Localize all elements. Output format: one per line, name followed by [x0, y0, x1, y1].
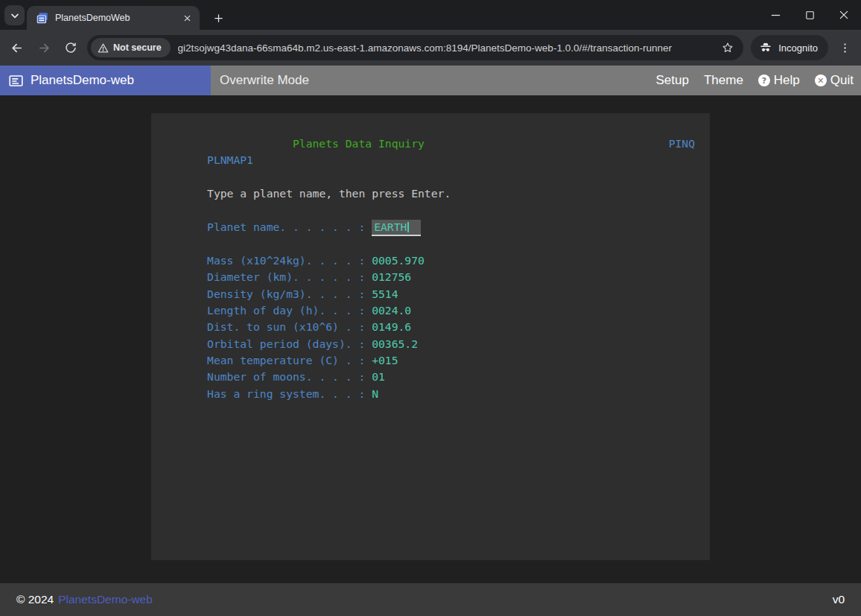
planet-name-row: Planet name. . . . . . :EARTH	[168, 203, 695, 219]
reload-button[interactable]	[57, 34, 84, 61]
field-row-density: Density (kg/m3). . . . :5514	[168, 269, 695, 285]
tab-favicon-icon	[36, 11, 49, 25]
back-button[interactable]	[3, 34, 30, 61]
nav-setup-label: Setup	[655, 73, 688, 88]
nav-theme[interactable]: Theme	[704, 73, 743, 88]
instruction-row: Type a planet name, then press Enter.	[168, 169, 695, 185]
browser-menu-button[interactable]	[831, 34, 858, 61]
help-circle-icon: ?	[758, 74, 770, 86]
app-brand-label: PlanetsDemo-web	[31, 73, 134, 88]
app-header: PlanetsDemo-web Overwrite Mode Setup The…	[0, 66, 861, 95]
incognito-badge: Incognito	[751, 35, 828, 60]
field-value: N	[372, 387, 378, 400]
terminal-list-icon	[8, 73, 24, 89]
footer-brand-link[interactable]: PlanetsDemo-web	[58, 593, 153, 606]
warning-triangle-icon	[98, 42, 109, 54]
url-bar[interactable]: Not secure gi2tsojwg43dana-66sma64b.m2.u…	[87, 35, 743, 60]
window-controls	[758, 0, 861, 30]
field-row-sun-distance: Dist. to sun (x10^6) . :0149.6	[168, 302, 695, 319]
browser-tab[interactable]: PlanetsDemoWeb	[27, 6, 200, 30]
field-row-moon-count: Number of moons. . . . :01	[168, 352, 695, 369]
nav-help[interactable]: ? Help	[758, 73, 800, 88]
field-row-orbital-period: Orbital period (days). :00365.2	[168, 319, 695, 335]
field-label: Has a ring system. . . :	[207, 387, 365, 400]
field-row-ring-system: Has a ring system. . . :N	[168, 369, 695, 385]
browser-window: PlanetsDemoWeb	[0, 0, 861, 616]
nav-theme-label: Theme	[704, 73, 743, 88]
new-tab-button[interactable]	[209, 8, 228, 28]
copyright-text: © 2024	[16, 593, 54, 606]
transaction-id: PINQ	[669, 136, 695, 152]
tab-strip: PlanetsDemoWeb	[0, 0, 861, 30]
bookmark-star-icon[interactable]	[721, 41, 734, 54]
tab-title: PlanetsDemoWeb	[55, 13, 180, 23]
window-close-button[interactable]	[827, 0, 861, 30]
forward-button[interactable]	[31, 34, 57, 61]
app-nav: Setup Theme ? Help ✕ Quit	[655, 66, 854, 95]
security-chip[interactable]: Not secure	[91, 38, 171, 57]
terminal-title-row: PLNMAP1 Planets Data Inquiry PINQ	[168, 136, 695, 152]
field-row-day-length: Length of day (h). . . :0024.0	[168, 286, 695, 302]
field-row-mass: Mass (x10^24kg). . . . :0005.970	[168, 235, 695, 252]
tab-close-button[interactable]	[180, 11, 194, 25]
app-brand[interactable]: PlanetsDemo-web	[0, 66, 211, 95]
nav-setup[interactable]: Setup	[655, 73, 688, 88]
browser-toolbar: Not secure gi2tsojwg43dana-66sma64b.m2.u…	[0, 30, 861, 66]
screen-title: Planets Data Inquiry	[293, 136, 425, 152]
version-label: v0	[833, 593, 845, 606]
incognito-label: Incognito	[778, 42, 818, 54]
url-text[interactable]: gi2tsojwg43dana-66sma64b.m2.us-east-1.am…	[178, 42, 715, 54]
nav-quit-label: Quit	[830, 73, 854, 88]
nav-quit[interactable]: ✕ Quit	[815, 73, 854, 88]
field-row-mean-temperature: Mean temperature (C) . :+015	[168, 336, 695, 352]
security-chip-label: Not secure	[113, 42, 162, 53]
app-footer: © 2024PlanetsDemo-web v0	[0, 583, 861, 616]
window-minimize-button[interactable]	[758, 0, 792, 30]
chevron-down-icon	[9, 10, 21, 22]
field-row-diameter: Diameter (km). . . . . :012756	[168, 253, 695, 269]
overwrite-mode-indicator: Overwrite Mode	[220, 66, 309, 95]
incognito-icon	[759, 41, 772, 54]
terminal-screen: PLNMAP1 Planets Data Inquiry PINQ Type a…	[151, 113, 710, 560]
tab-search-button[interactable]	[4, 5, 25, 25]
nav-help-label: Help	[774, 73, 800, 88]
quit-circle-icon: ✕	[815, 74, 827, 86]
window-maximize-button[interactable]	[792, 0, 827, 30]
